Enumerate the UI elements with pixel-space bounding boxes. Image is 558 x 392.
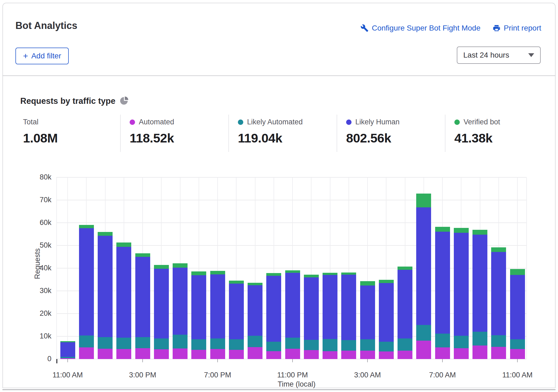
print-report-link[interactable]: Print report <box>493 24 541 32</box>
bar-segment-likely-automated[interactable] <box>341 340 356 351</box>
bar-segment-verified-bot[interactable] <box>154 265 169 268</box>
bar-segment-likely-automated[interactable] <box>60 357 75 358</box>
bar-segment-automated[interactable] <box>285 349 300 359</box>
bar-segment-likely-human[interactable] <box>116 247 131 338</box>
bar-segment-likely-human[interactable] <box>98 236 113 337</box>
bar-segment-verified-bot[interactable] <box>491 247 506 252</box>
bar-segment-likely-human[interactable] <box>491 252 506 335</box>
bar-segment-verified-bot[interactable] <box>379 280 394 283</box>
bar-segment-likely-automated[interactable] <box>135 337 150 348</box>
time-range-dropdown[interactable]: Last 24 hours <box>457 46 541 64</box>
bar-segment-likely-automated[interactable] <box>248 336 262 347</box>
bar-segment-verified-bot[interactable] <box>323 273 337 275</box>
bar-segment-automated[interactable] <box>435 347 450 359</box>
bar-segment-automated[interactable] <box>398 351 412 359</box>
bar-segment-automated[interactable] <box>248 347 262 359</box>
bar-segment-verified-bot[interactable] <box>416 194 431 207</box>
bar-segment-likely-human[interactable] <box>360 285 375 339</box>
bar-segment-automated[interactable] <box>491 347 506 359</box>
bar-segment-verified-bot[interactable] <box>266 273 281 276</box>
bar-segment-verified-bot[interactable] <box>98 232 113 236</box>
bar-segment-likely-automated[interactable] <box>98 337 113 349</box>
bar-segment-automated[interactable] <box>229 350 244 359</box>
bar-segment-likely-automated[interactable] <box>304 340 319 350</box>
bar-segment-likely-human[interactable] <box>173 268 188 335</box>
bar-segment-verified-bot[interactable] <box>472 230 487 235</box>
bar-segment-automated[interactable] <box>472 346 487 359</box>
bar-segment-verified-bot[interactable] <box>229 281 244 284</box>
bar-segment-automated[interactable] <box>379 351 394 359</box>
bar-segment-likely-automated[interactable] <box>79 335 94 348</box>
bar-segment-likely-human[interactable] <box>210 274 225 339</box>
bar-segment-likely-automated[interactable] <box>360 339 375 351</box>
bar-segment-automated[interactable] <box>341 351 356 359</box>
bar-segment-likely-human[interactable] <box>454 233 469 336</box>
bar-segment-verified-bot[interactable] <box>454 228 469 233</box>
configure-super-bot-fight-mode-link[interactable]: Configure Super Bot Fight Mode <box>360 24 481 32</box>
bar-segment-likely-human[interactable] <box>154 269 169 338</box>
bar-segment-likely-automated[interactable] <box>266 342 281 351</box>
bar-segment-likely-automated[interactable] <box>229 339 244 350</box>
bar-segment-likely-human[interactable] <box>472 235 487 332</box>
bar-segment-automated[interactable] <box>510 349 525 359</box>
bar-segment-verified-bot[interactable] <box>398 267 412 270</box>
bar-segment-likely-human[interactable] <box>79 228 94 335</box>
bar-segment-likely-human[interactable] <box>229 284 244 339</box>
bar-segment-automated[interactable] <box>210 349 225 359</box>
bar-segment-likely-human[interactable] <box>191 275 206 339</box>
bar-segment-likely-automated[interactable] <box>491 335 506 347</box>
bar-segment-likely-human[interactable] <box>135 257 150 337</box>
bar-segment-likely-human[interactable] <box>379 283 394 342</box>
bar-segment-likely-automated[interactable] <box>435 334 450 347</box>
bar-segment-likely-automated[interactable] <box>472 332 487 346</box>
bar-segment-verified-bot[interactable] <box>510 269 525 275</box>
bar-segment-likely-human[interactable] <box>266 276 281 342</box>
bar-segment-likely-human[interactable] <box>304 277 319 340</box>
bar-segment-verified-bot[interactable] <box>173 263 188 268</box>
bar-segment-verified-bot[interactable] <box>285 270 300 273</box>
bar-segment-likely-automated[interactable] <box>116 338 131 349</box>
bar-segment-automated[interactable] <box>79 347 94 359</box>
bar-segment-likely-human[interactable] <box>435 232 450 334</box>
bar-segment-likely-human[interactable] <box>398 270 412 339</box>
bar-segment-likely-human[interactable] <box>60 342 75 357</box>
bar-segment-likely-automated[interactable] <box>154 338 169 349</box>
bar-segment-automated[interactable] <box>454 348 469 359</box>
bar-segment-automated[interactable] <box>116 349 131 359</box>
bar-segment-automated[interactable] <box>173 348 188 359</box>
bar-segment-verified-bot[interactable] <box>191 271 206 275</box>
bar-segment-automated[interactable] <box>416 341 431 359</box>
bar-segment-verified-bot[interactable] <box>116 242 131 247</box>
bar-segment-likely-automated[interactable] <box>379 342 394 351</box>
bar-segment-verified-bot[interactable] <box>210 271 225 274</box>
bar-segment-automated[interactable] <box>191 350 206 359</box>
bar-segment-likely-human[interactable] <box>248 285 262 336</box>
bar-segment-likely-human[interactable] <box>510 275 525 339</box>
bar-segment-verified-bot[interactable] <box>435 227 450 232</box>
bar-segment-verified-bot[interactable] <box>248 283 262 285</box>
bar-segment-verified-bot[interactable] <box>341 273 356 275</box>
bar-segment-verified-bot[interactable] <box>79 225 94 228</box>
bar-segment-likely-automated[interactable] <box>191 339 206 350</box>
bar-segment-automated[interactable] <box>304 350 319 359</box>
bar-segment-likely-human[interactable] <box>285 273 300 338</box>
bar-segment-verified-bot[interactable] <box>304 275 319 277</box>
bar-segment-verified-bot[interactable] <box>60 341 75 342</box>
bar-segment-automated[interactable] <box>98 349 113 359</box>
bar-segment-likely-automated[interactable] <box>454 336 469 348</box>
bar-segment-likely-human[interactable] <box>341 275 356 340</box>
bar-segment-likely-automated[interactable] <box>398 338 412 351</box>
bar-segment-likely-automated[interactable] <box>416 325 431 341</box>
bar-segment-likely-automated[interactable] <box>285 338 300 349</box>
bar-segment-automated[interactable] <box>323 351 337 359</box>
bar-segment-verified-bot[interactable] <box>135 253 150 257</box>
bar-segment-likely-human[interactable] <box>323 275 337 339</box>
bar-segment-automated[interactable] <box>135 348 150 359</box>
bar-segment-likely-automated[interactable] <box>173 335 188 348</box>
bar-segment-automated[interactable] <box>360 351 375 359</box>
bar-segment-verified-bot[interactable] <box>360 281 375 285</box>
bar-segment-automated[interactable] <box>266 351 281 359</box>
bar-segment-automated[interactable] <box>154 349 169 359</box>
add-filter-button[interactable]: + Add filter <box>15 48 69 64</box>
bar-segment-likely-automated[interactable] <box>510 339 525 349</box>
